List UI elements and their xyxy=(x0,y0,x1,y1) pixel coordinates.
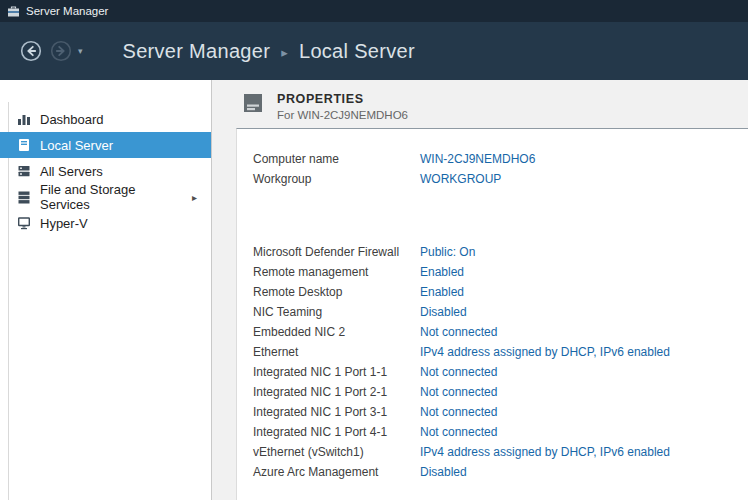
property-row: Azure Arc Management Disabled xyxy=(253,462,748,482)
breadcrumb-current[interactable]: Local Server xyxy=(299,40,415,63)
property-value-link[interactable]: Enabled xyxy=(420,285,464,299)
property-value-link[interactable]: WORKGROUP xyxy=(420,172,501,186)
properties-header-text: PROPERTIES For WIN-2CJ9NEMDHO6 xyxy=(277,92,408,121)
expand-chevron-icon[interactable]: ▸ xyxy=(192,192,197,203)
sidebar-nav: Dashboard Local Server xyxy=(0,80,212,500)
property-label: Ethernet xyxy=(253,345,420,359)
property-value-link[interactable]: WIN-2CJ9NEMDHO6 xyxy=(420,152,535,166)
server-manager-window: Server Manager ▾ Server Manager ▸ Local … xyxy=(0,0,748,500)
property-row: Embedded NIC 2 Not connected xyxy=(253,322,748,342)
sidebar-item-label: All Servers xyxy=(40,164,103,179)
properties-title: PROPERTIES xyxy=(277,92,408,106)
property-label: Remote Desktop xyxy=(253,285,420,299)
property-row: Remote Desktop Enabled xyxy=(253,282,748,302)
property-row: Integrated NIC 1 Port 4-1 Not connected xyxy=(253,422,748,442)
sidebar-item-label: Local Server xyxy=(40,138,113,153)
sidebar-item-label: Hyper-V xyxy=(40,216,88,231)
property-value-link[interactable]: IPv4 address assigned by DHCP, IPv6 enab… xyxy=(420,445,670,459)
property-value-link[interactable]: IPv4 address assigned by DHCP, IPv6 enab… xyxy=(420,345,670,359)
property-value-link[interactable]: Disabled xyxy=(420,465,467,479)
forward-button-disabled[interactable] xyxy=(50,40,72,62)
property-label: Embedded NIC 2 xyxy=(253,325,420,339)
dashboard-icon xyxy=(17,112,31,126)
property-value-link[interactable]: Disabled xyxy=(420,305,467,319)
body: Dashboard Local Server xyxy=(0,80,748,500)
property-row: Integrated NIC 1 Port 2-1 Not connected xyxy=(253,382,748,402)
main-content: PROPERTIES For WIN-2CJ9NEMDHO6 Computer … xyxy=(212,80,748,500)
group-gap xyxy=(253,189,748,242)
property-value-link[interactable]: Enabled xyxy=(420,265,464,279)
breadcrumb: Server Manager ▸ Local Server xyxy=(123,40,415,63)
property-value-link[interactable]: Not connected xyxy=(420,405,497,419)
property-label: Integrated NIC 1 Port 1-1 xyxy=(253,365,420,379)
breadcrumb-separator-icon: ▸ xyxy=(281,43,288,60)
titlebar: Server Manager xyxy=(0,0,748,22)
property-row: Integrated NIC 1 Port 1-1 Not connected xyxy=(253,362,748,382)
sidebar-item-label: File and Storage Services xyxy=(40,182,183,212)
local-server-icon xyxy=(17,138,31,152)
property-row: Remote management Enabled xyxy=(253,262,748,282)
property-label: Azure Arc Management xyxy=(253,465,420,479)
property-row: Ethernet IPv4 address assigned by DHCP, … xyxy=(253,342,748,362)
sidebar-item-all-servers[interactable]: All Servers xyxy=(0,158,211,184)
properties-tile-icon xyxy=(242,92,264,114)
app-icon[interactable] xyxy=(7,5,20,18)
header-band: ▾ Server Manager ▸ Local Server xyxy=(0,22,748,80)
property-value-link[interactable]: Not connected xyxy=(420,425,497,439)
properties-subtitle: For WIN-2CJ9NEMDHO6 xyxy=(277,109,408,121)
property-value-link[interactable]: Not connected xyxy=(420,325,497,339)
breadcrumb-root[interactable]: Server Manager xyxy=(123,40,271,63)
property-label: vEthernet (vSwitch1) xyxy=(253,445,420,459)
property-label: Microsoft Defender Firewall xyxy=(253,245,420,259)
property-row: Microsoft Defender Firewall Public: On xyxy=(253,242,748,262)
property-label: Remote management xyxy=(253,265,420,279)
all-servers-icon xyxy=(17,164,31,178)
property-row: Computer name WIN-2CJ9NEMDHO6 xyxy=(253,149,748,169)
sidebar-item-file-storage-services[interactable]: File and Storage Services ▸ xyxy=(0,184,211,210)
property-label: Integrated NIC 1 Port 4-1 xyxy=(253,425,420,439)
property-label: Computer name xyxy=(253,152,420,166)
property-label: Integrated NIC 1 Port 3-1 xyxy=(253,405,420,419)
property-label: NIC Teaming xyxy=(253,305,420,319)
property-row: vEthernet (vSwitch1) IPv4 address assign… xyxy=(253,442,748,462)
property-row: Workgroup WORKGROUP xyxy=(253,169,748,189)
property-value-link[interactable]: Not connected xyxy=(420,385,497,399)
sidebar-item-hyper-v[interactable]: Hyper-V xyxy=(0,210,211,236)
back-button[interactable] xyxy=(20,40,42,62)
hyper-v-icon xyxy=(17,216,31,230)
property-label: Workgroup xyxy=(253,172,420,186)
sidebar-item-label: Dashboard xyxy=(40,112,104,127)
property-value-link[interactable]: Public: On xyxy=(420,245,475,259)
property-value-link[interactable]: Not connected xyxy=(420,365,497,379)
sidebar-item-local-server[interactable]: Local Server xyxy=(0,132,211,158)
property-row: NIC Teaming Disabled xyxy=(253,302,748,322)
window-title: Server Manager xyxy=(26,5,108,17)
property-row: Integrated NIC 1 Port 3-1 Not connected xyxy=(253,402,748,422)
properties-header: PROPERTIES For WIN-2CJ9NEMDHO6 xyxy=(242,92,748,128)
sidebar-item-dashboard[interactable]: Dashboard xyxy=(0,106,211,132)
properties-panel: Computer name WIN-2CJ9NEMDHO6 Workgroup … xyxy=(236,128,748,500)
file-storage-services-icon xyxy=(17,190,31,204)
property-label: Integrated NIC 1 Port 2-1 xyxy=(253,385,420,399)
nav-dropdown-caret-icon[interactable]: ▾ xyxy=(78,46,83,56)
